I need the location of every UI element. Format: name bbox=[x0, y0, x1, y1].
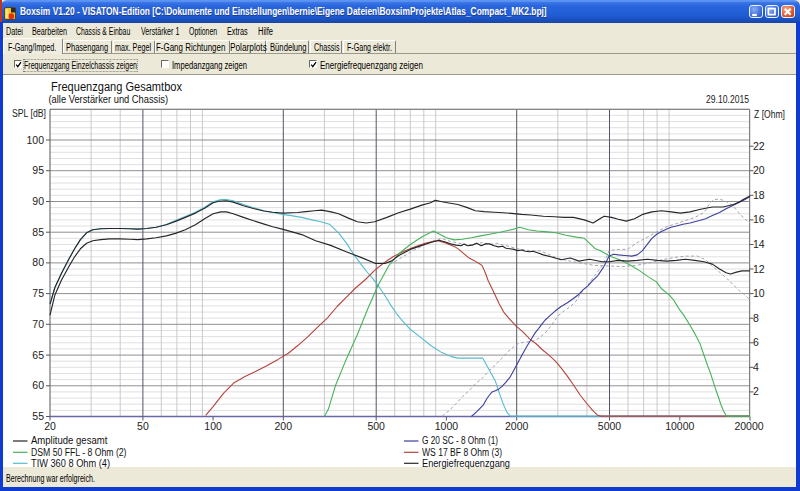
svg-text:DSM 50 FFL - 8 Ohm (2): DSM 50 FFL - 8 Ohm (2) bbox=[31, 447, 127, 458]
svg-text:18: 18 bbox=[753, 189, 765, 201]
svg-text:1000: 1000 bbox=[435, 420, 459, 432]
svg-text:10: 10 bbox=[753, 287, 765, 299]
svg-text:2000: 2000 bbox=[505, 420, 529, 432]
svg-text:5000: 5000 bbox=[598, 420, 622, 432]
svg-text:22: 22 bbox=[753, 140, 765, 152]
svg-text:29.10.2015: 29.10.2015 bbox=[706, 94, 749, 105]
svg-text:SPL [dB]: SPL [dB] bbox=[12, 108, 46, 119]
svg-text:85: 85 bbox=[32, 226, 44, 238]
svg-text:14: 14 bbox=[753, 238, 765, 250]
svg-text:50: 50 bbox=[137, 420, 149, 432]
svg-text:Amplitude gesamt: Amplitude gesamt bbox=[31, 435, 108, 446]
svg-text:WS 17 BF 8 Ohm (3): WS 17 BF 8 Ohm (3) bbox=[422, 447, 502, 458]
svg-text:Frequenzgang Gesamtbox: Frequenzgang Gesamtbox bbox=[51, 80, 182, 94]
svg-text:4: 4 bbox=[753, 361, 759, 373]
svg-text:200: 200 bbox=[275, 420, 293, 432]
svg-text:12: 12 bbox=[753, 263, 765, 275]
svg-text:100: 100 bbox=[204, 420, 222, 432]
svg-text:16: 16 bbox=[753, 213, 765, 225]
svg-text:95: 95 bbox=[32, 164, 44, 176]
svg-text:10000: 10000 bbox=[665, 420, 694, 432]
svg-text:20000: 20000 bbox=[734, 420, 763, 432]
svg-text:20: 20 bbox=[753, 164, 765, 176]
svg-text:500: 500 bbox=[367, 420, 385, 432]
svg-text:90: 90 bbox=[32, 195, 44, 207]
svg-text:60: 60 bbox=[32, 379, 44, 391]
svg-text:(alle Verstärker und Chassis): (alle Verstärker und Chassis) bbox=[49, 94, 169, 105]
svg-text:6: 6 bbox=[753, 336, 759, 348]
svg-text:8: 8 bbox=[753, 312, 759, 324]
svg-text:20: 20 bbox=[44, 420, 56, 432]
svg-text:65: 65 bbox=[32, 349, 44, 361]
svg-text:Energiefrequenzgang: Energiefrequenzgang bbox=[422, 458, 510, 469]
svg-text:Z [Ohm]: Z [Ohm] bbox=[754, 109, 785, 120]
svg-text:G 20 SC - 8 Ohm (1): G 20 SC - 8 Ohm (1) bbox=[422, 435, 498, 446]
svg-text:TIW 360 8 Ohm (4): TIW 360 8 Ohm (4) bbox=[31, 458, 110, 469]
svg-text:80: 80 bbox=[32, 256, 44, 268]
svg-text:2: 2 bbox=[753, 385, 759, 397]
svg-text:75: 75 bbox=[32, 287, 44, 299]
svg-text:100: 100 bbox=[26, 134, 44, 146]
svg-text:70: 70 bbox=[32, 318, 44, 330]
svg-text:55: 55 bbox=[32, 410, 44, 422]
